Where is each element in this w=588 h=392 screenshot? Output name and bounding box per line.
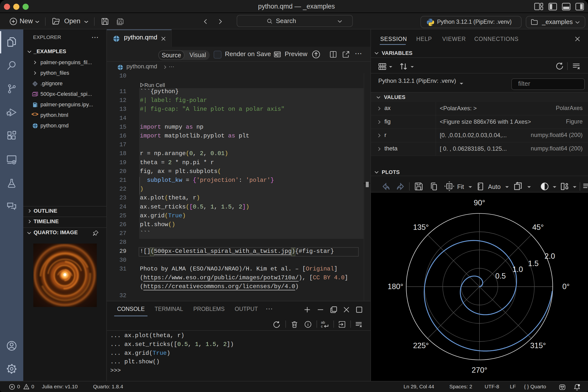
svg-text:45°: 45°	[532, 223, 544, 232]
svg-text:225°: 225°	[413, 341, 429, 350]
svg-text:c: c	[321, 324, 323, 328]
svg-text:180°: 180°	[388, 282, 403, 291]
svg-text:ab: ab	[321, 320, 325, 324]
svg-text:90°: 90°	[474, 198, 485, 207]
svg-text:2.0: 2.0	[544, 252, 555, 260]
svg-text:315°: 315°	[530, 341, 546, 350]
svg-text:0°: 0°	[562, 282, 570, 291]
svg-text:1.5: 1.5	[528, 259, 538, 268]
svg-text:270°: 270°	[472, 366, 487, 374]
svg-text:1.0: 1.0	[512, 265, 523, 274]
svg-text:0.5: 0.5	[495, 272, 506, 280]
svg-text:135°: 135°	[413, 223, 429, 232]
